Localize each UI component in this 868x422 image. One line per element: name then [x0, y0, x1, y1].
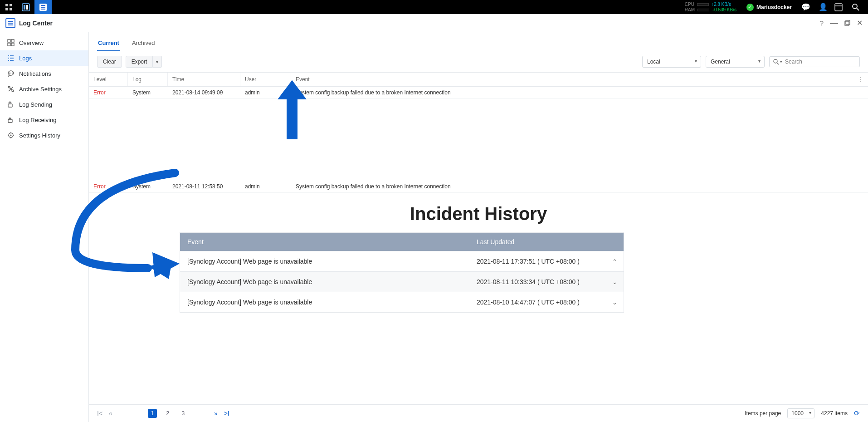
taskbar-left	[0, 0, 52, 14]
incident-cell-updated: 2021-08-11 17:37:51 ( UTC +08:00 )	[469, 251, 605, 271]
category-select[interactable]: General	[706, 56, 765, 68]
svg-rect-15	[845, 21, 849, 25]
svg-rect-16	[846, 20, 850, 25]
svg-rect-4	[22, 4, 29, 11]
svg-rect-3	[10, 8, 12, 10]
scope-select[interactable]: Local	[642, 56, 701, 68]
svg-rect-19	[8, 43, 10, 46]
annotation-arrow-curve	[30, 168, 184, 286]
chevron-up-icon[interactable]: ⌃	[605, 251, 624, 271]
clear-button[interactable]: Clear	[97, 56, 122, 68]
export-dropdown-caret[interactable]: ▾	[153, 56, 162, 68]
svg-rect-2	[5, 8, 8, 10]
page-last-button[interactable]: >I	[224, 410, 229, 417]
col-header-time[interactable]: Time	[168, 73, 240, 86]
refresh-button[interactable]: ⟳	[854, 409, 860, 417]
items-per-page-select[interactable]: 1000	[787, 408, 814, 418]
page-number[interactable]: 1	[148, 409, 157, 418]
sidebar-item-log-sending[interactable]: Log Sending	[0, 97, 88, 112]
log-row[interactable]: Error System 2021-08-11 12:58:50 admin S…	[89, 181, 868, 193]
svg-rect-17	[8, 39, 10, 42]
incident-row[interactable]: [Synology Account] Web page is unavailab…	[180, 251, 624, 271]
svg-point-33	[8, 86, 10, 88]
incident-row[interactable]: [Synology Account] Web page is unavailab…	[180, 271, 624, 292]
app-body: Overview Logs Notifications Archive Sett…	[0, 32, 868, 422]
os-taskbar: CPU↑2.8 KB/s RAM↓0.539 KB/s ✓ Mariusdock…	[0, 0, 868, 14]
col-header-level[interactable]: Level	[89, 73, 128, 86]
svg-line-40	[777, 63, 779, 64]
incident-table-header: Event Last Updated	[180, 233, 624, 251]
col-header-event[interactable]: Event	[291, 73, 853, 86]
export-button-group: Export ▾	[126, 56, 162, 68]
incident-header-event: Event	[180, 233, 469, 251]
cell-user: admin	[240, 181, 291, 192]
sidebar-item-settings-history[interactable]: Settings History	[0, 128, 88, 143]
username: Mariusdocker	[756, 4, 792, 10]
taskbar-apps-button[interactable]	[0, 0, 17, 14]
search-input[interactable]	[785, 59, 856, 65]
annotation-arrow-up	[274, 80, 310, 139]
chevron-down-icon[interactable]: ⌄	[605, 272, 624, 292]
svg-rect-11	[835, 4, 842, 11]
taskbar-app-1[interactable]	[17, 0, 34, 14]
help-button[interactable]: ?	[820, 19, 824, 27]
sidebar-item-overview[interactable]: Overview	[0, 35, 88, 50]
sidebar-item-notifications[interactable]: Notifications	[0, 66, 88, 81]
svg-point-34	[12, 90, 14, 92]
notifications-icon	[7, 70, 15, 77]
user-icon[interactable]: 👤	[817, 3, 829, 11]
svg-rect-18	[11, 39, 14, 42]
taskbar-right: CPU↑2.8 KB/s RAM↓0.539 KB/s ✓ Mariusdock…	[683, 0, 868, 14]
toolbar: Clear Export ▾ Local General ▾	[89, 51, 868, 73]
svg-point-30	[12, 73, 13, 74]
sidebar-label: Overview	[19, 39, 44, 46]
search-icon: ▾	[773, 59, 782, 65]
chevron-down-icon[interactable]: ⌄	[605, 292, 624, 312]
sidebar-item-log-receiving[interactable]: Log Receiving	[0, 112, 88, 128]
ram-bar-icon	[697, 9, 709, 11]
log-sending-icon	[7, 101, 15, 108]
page-number[interactable]: 2	[163, 409, 172, 418]
col-header-log[interactable]: Log	[128, 73, 168, 86]
incident-cell-updated: 2021-08-11 10:33:34 ( UTC +08:00 )	[469, 272, 605, 292]
svg-point-28	[9, 73, 10, 74]
cell-time: 2021-08-14 09:49:09	[168, 87, 240, 98]
window-titlebar: Log Center ? — ✕	[0, 14, 868, 32]
cpu-bar-icon	[697, 3, 709, 6]
page-number[interactable]: 3	[179, 409, 188, 418]
tab-archived[interactable]: Archived	[131, 37, 156, 51]
incident-table: Event Last Updated [Synology Account] We…	[180, 232, 624, 313]
main-panel: Current Archived Clear Export ▾ Local Ge…	[89, 32, 868, 422]
sidebar-item-archive-settings[interactable]: Archive Settings	[0, 81, 88, 97]
widgets-icon[interactable]	[834, 3, 846, 11]
chat-icon[interactable]: 💬	[800, 3, 812, 11]
svg-rect-1	[10, 4, 12, 6]
cpu-label: CPU	[685, 2, 694, 7]
cell-log: System	[128, 87, 168, 98]
page-prev-button[interactable]: «	[109, 410, 112, 417]
page-next-button[interactable]: »	[214, 410, 218, 417]
log-row[interactable]: Error System 2021-08-14 09:49:09 admin S…	[89, 87, 868, 99]
grid-header: Level Log Time User Event ⋮	[89, 73, 868, 87]
incident-history-title: Incident History	[89, 204, 868, 224]
incident-cell-event: [Synology Account] Web page is unavailab…	[180, 272, 469, 292]
incident-row[interactable]: [Synology Account] Web page is unavailab…	[180, 292, 624, 312]
grid-columns-menu[interactable]: ⋮	[853, 73, 868, 86]
settings-history-icon	[7, 132, 15, 139]
page-first-button[interactable]: I<	[97, 410, 102, 417]
sidebar-item-logs[interactable]: Logs	[0, 50, 88, 66]
search-box[interactable]: ▾	[769, 56, 860, 67]
close-button[interactable]: ✕	[857, 19, 863, 27]
export-button[interactable]: Export	[126, 56, 153, 68]
user-menu[interactable]: ✓ Mariusdocker	[744, 4, 795, 11]
svg-rect-0	[5, 4, 8, 6]
log-receiving-icon	[7, 116, 15, 123]
svg-rect-20	[11, 43, 14, 46]
maximize-button[interactable]	[844, 20, 850, 26]
search-icon[interactable]	[852, 3, 863, 11]
taskbar-app-logcenter[interactable]	[34, 0, 52, 14]
tab-current[interactable]: Current	[97, 37, 120, 51]
minimize-button[interactable]: —	[830, 18, 838, 28]
net-down: ↓0.539 KB/s	[712, 7, 736, 12]
system-monitor[interactable]: CPU↑2.8 KB/s RAM↓0.539 KB/s	[683, 1, 738, 13]
